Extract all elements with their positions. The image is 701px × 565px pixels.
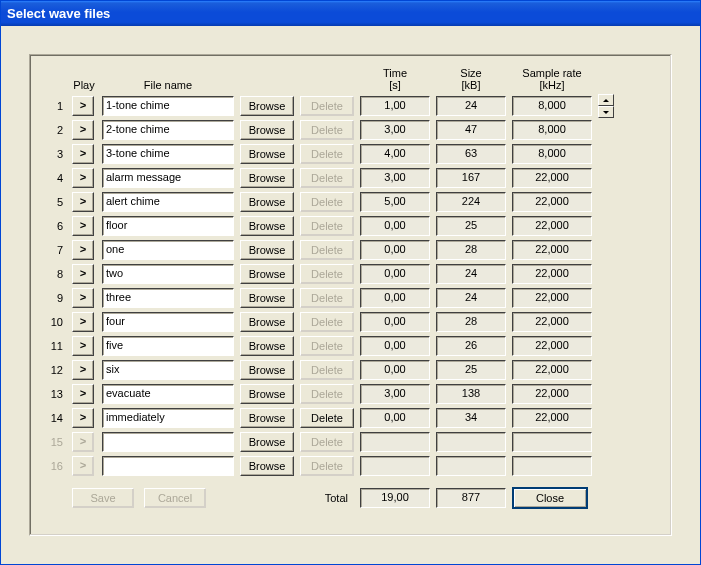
browse-button[interactable]: Browse xyxy=(240,288,294,308)
size-value: 63 xyxy=(436,144,506,164)
time-value: 0,00 xyxy=(360,240,430,260)
sample-rate-value: 8,000 xyxy=(512,120,592,140)
table-row: 13>evacuateBrowseDelete3,0013822,000 xyxy=(42,382,659,406)
browse-button[interactable]: Browse xyxy=(240,384,294,404)
size-value: 138 xyxy=(436,384,506,404)
delete-button: Delete xyxy=(300,96,354,116)
row-number: 6 xyxy=(42,220,66,232)
spin-down-button[interactable] xyxy=(598,106,614,118)
play-button[interactable]: > xyxy=(72,408,94,428)
titlebar[interactable]: Select wave files xyxy=(1,1,700,26)
browse-button[interactable]: Browse xyxy=(240,96,294,116)
file-name-input[interactable] xyxy=(102,432,234,452)
sample-rate-value: 22,000 xyxy=(512,336,592,356)
sample-rate-value: 22,000 xyxy=(512,192,592,212)
size-value xyxy=(436,456,506,476)
file-name-input[interactable]: evacuate xyxy=(102,384,234,404)
file-name-input[interactable]: three xyxy=(102,288,234,308)
browse-button[interactable]: Browse xyxy=(240,216,294,236)
delete-button[interactable]: Delete xyxy=(300,408,354,428)
file-name-input[interactable]: one xyxy=(102,240,234,260)
row-number: 5 xyxy=(42,196,66,208)
file-name-input[interactable]: alarm message xyxy=(102,168,234,188)
file-name-input[interactable]: immediately xyxy=(102,408,234,428)
time-value: 4,00 xyxy=(360,144,430,164)
time-value: 0,00 xyxy=(360,336,430,356)
delete-button: Delete xyxy=(300,216,354,236)
sample-rate-value: 22,000 xyxy=(512,360,592,380)
row-number: 7 xyxy=(42,244,66,256)
file-name-input[interactable]: four xyxy=(102,312,234,332)
sample-rate-value: 8,000 xyxy=(512,144,592,164)
play-button[interactable]: > xyxy=(72,216,94,236)
size-value: 24 xyxy=(436,264,506,284)
browse-button[interactable]: Browse xyxy=(240,120,294,140)
file-name-input[interactable]: 2-tone chime xyxy=(102,120,234,140)
column-headers: Play File name Time[s] Size[kB] Sample r… xyxy=(42,65,659,91)
browse-button[interactable]: Browse xyxy=(240,432,294,452)
browse-button[interactable]: Browse xyxy=(240,456,294,476)
select-wave-files-window: Select wave files Play File name Time[s]… xyxy=(0,0,701,565)
row-number: 13 xyxy=(42,388,66,400)
delete-button: Delete xyxy=(300,360,354,380)
table-row: 9>threeBrowseDelete0,002422,000 xyxy=(42,286,659,310)
browse-button[interactable]: Browse xyxy=(240,336,294,356)
play-button[interactable]: > xyxy=(72,168,94,188)
header-play: Play xyxy=(72,65,96,91)
browse-button[interactable]: Browse xyxy=(240,240,294,260)
delete-button: Delete xyxy=(300,384,354,404)
time-value: 5,00 xyxy=(360,192,430,212)
play-button[interactable]: > xyxy=(72,312,94,332)
play-button[interactable]: > xyxy=(72,384,94,404)
size-value: 24 xyxy=(436,96,506,116)
sample-rate-value: 8,000 xyxy=(512,96,592,116)
play-button[interactable]: > xyxy=(72,144,94,164)
close-button[interactable]: Close xyxy=(512,487,588,509)
table-row: 12>sixBrowseDelete0,002522,000 xyxy=(42,358,659,382)
file-name-input[interactable]: floor xyxy=(102,216,234,236)
table-row: 6>floorBrowseDelete0,002522,000 xyxy=(42,214,659,238)
browse-button[interactable]: Browse xyxy=(240,168,294,188)
file-name-input[interactable]: two xyxy=(102,264,234,284)
play-button[interactable]: > xyxy=(72,360,94,380)
spin-up-button[interactable] xyxy=(598,94,614,106)
file-name-input[interactable]: six xyxy=(102,360,234,380)
file-name-input[interactable]: 3-tone chime xyxy=(102,144,234,164)
content-area: Play File name Time[s] Size[kB] Sample r… xyxy=(9,34,692,556)
browse-button[interactable]: Browse xyxy=(240,408,294,428)
time-value: 0,00 xyxy=(360,288,430,308)
table-row: 11>fiveBrowseDelete0,002622,000 xyxy=(42,334,659,358)
time-value xyxy=(360,432,430,452)
file-name-input[interactable]: 1-tone chime xyxy=(102,96,234,116)
table-row: 10>fourBrowseDelete0,002822,000 xyxy=(42,310,659,334)
browse-button[interactable]: Browse xyxy=(240,192,294,212)
play-button[interactable]: > xyxy=(72,264,94,284)
file-name-input[interactable]: five xyxy=(102,336,234,356)
play-button[interactable]: > xyxy=(72,288,94,308)
row-number: 12 xyxy=(42,364,66,376)
file-name-input[interactable] xyxy=(102,456,234,476)
play-button[interactable]: > xyxy=(72,120,94,140)
row-number: 3 xyxy=(42,148,66,160)
table-row: 7>oneBrowseDelete0,002822,000 xyxy=(42,238,659,262)
header-size: Size[kB] xyxy=(436,65,506,91)
browse-button[interactable]: Browse xyxy=(240,264,294,284)
time-value: 0,00 xyxy=(360,216,430,236)
play-button[interactable]: > xyxy=(72,336,94,356)
table-row: 3>3-tone chimeBrowseDelete4,00638,000 xyxy=(42,142,659,166)
play-button[interactable]: > xyxy=(72,192,94,212)
sample-rate-value: 22,000 xyxy=(512,288,592,308)
size-value: 47 xyxy=(436,120,506,140)
file-name-input[interactable]: alert chime xyxy=(102,192,234,212)
browse-button[interactable]: Browse xyxy=(240,312,294,332)
time-value: 3,00 xyxy=(360,384,430,404)
play-button[interactable]: > xyxy=(72,240,94,260)
table-row: 15>BrowseDelete xyxy=(42,430,659,454)
browse-button[interactable]: Browse xyxy=(240,360,294,380)
row-number: 1 xyxy=(42,100,66,112)
time-value: 3,00 xyxy=(360,120,430,140)
row-number: 4 xyxy=(42,172,66,184)
browse-button[interactable]: Browse xyxy=(240,144,294,164)
cancel-button: Cancel xyxy=(144,488,206,508)
play-button[interactable]: > xyxy=(72,96,94,116)
